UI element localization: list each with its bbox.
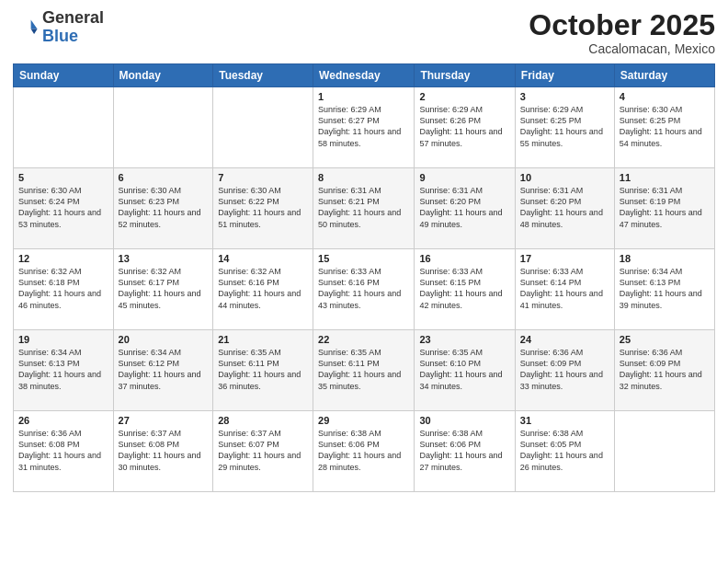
- day-number: 21: [218, 334, 308, 345]
- day-number: 16: [419, 253, 509, 264]
- day-detail: Sunrise: 6:29 AMSunset: 6:25 PMDaylight:…: [520, 104, 609, 149]
- calendar-cell: 17Sunrise: 6:33 AMSunset: 6:14 PMDayligh…: [515, 249, 614, 330]
- day-detail: Sunrise: 6:32 AMSunset: 6:18 PMDaylight:…: [18, 266, 108, 311]
- calendar-cell: 29Sunrise: 6:38 AMSunset: 6:06 PMDayligh…: [313, 411, 415, 492]
- header-row: Sunday Monday Tuesday Wednesday Thursday…: [14, 64, 715, 87]
- day-detail: Sunrise: 6:33 AMSunset: 6:14 PMDaylight:…: [520, 266, 609, 311]
- calendar-week-row: 19Sunrise: 6:34 AMSunset: 6:13 PMDayligh…: [14, 330, 715, 411]
- col-saturday: Saturday: [614, 64, 714, 87]
- day-number: 24: [520, 334, 609, 345]
- day-number: 22: [318, 334, 409, 345]
- day-detail: Sunrise: 6:35 AMSunset: 6:11 PMDaylight:…: [218, 347, 308, 392]
- day-detail: Sunrise: 6:31 AMSunset: 6:21 PMDaylight:…: [318, 185, 409, 230]
- day-number: 27: [119, 415, 209, 426]
- svg-marker-0: [31, 19, 38, 29]
- day-number: 2: [419, 91, 509, 102]
- calendar-cell: 22Sunrise: 6:35 AMSunset: 6:11 PMDayligh…: [313, 330, 415, 411]
- day-detail: Sunrise: 6:31 AMSunset: 6:19 PMDaylight:…: [620, 185, 710, 230]
- day-detail: Sunrise: 6:29 AMSunset: 6:27 PMDaylight:…: [318, 104, 409, 149]
- day-detail: Sunrise: 6:30 AMSunset: 6:22 PMDaylight:…: [218, 185, 308, 230]
- day-number: 7: [218, 172, 308, 183]
- calendar-cell: 2Sunrise: 6:29 AMSunset: 6:26 PMDaylight…: [415, 87, 515, 168]
- calendar-cell: 24Sunrise: 6:36 AMSunset: 6:09 PMDayligh…: [515, 330, 614, 411]
- calendar-cell: 27Sunrise: 6:37 AMSunset: 6:08 PMDayligh…: [113, 411, 213, 492]
- calendar-cell: 28Sunrise: 6:37 AMSunset: 6:07 PMDayligh…: [213, 411, 313, 492]
- calendar-cell: 11Sunrise: 6:31 AMSunset: 6:19 PMDayligh…: [614, 168, 714, 249]
- day-number: 20: [119, 334, 209, 345]
- calendar-cell: 5Sunrise: 6:30 AMSunset: 6:24 PMDaylight…: [14, 168, 114, 249]
- day-number: 11: [620, 172, 710, 183]
- day-number: 26: [18, 415, 108, 426]
- calendar-cell: 20Sunrise: 6:34 AMSunset: 6:12 PMDayligh…: [113, 330, 213, 411]
- day-detail: Sunrise: 6:29 AMSunset: 6:26 PMDaylight:…: [419, 104, 509, 149]
- calendar-cell: 26Sunrise: 6:36 AMSunset: 6:08 PMDayligh…: [14, 411, 114, 492]
- day-number: 10: [520, 172, 609, 183]
- calendar-cell: 25Sunrise: 6:36 AMSunset: 6:09 PMDayligh…: [614, 330, 714, 411]
- day-number: 9: [419, 172, 509, 183]
- calendar-cell: 21Sunrise: 6:35 AMSunset: 6:11 PMDayligh…: [213, 330, 313, 411]
- calendar-cell: 16Sunrise: 6:33 AMSunset: 6:15 PMDayligh…: [415, 249, 515, 330]
- day-number: 14: [218, 253, 308, 264]
- day-detail: Sunrise: 6:32 AMSunset: 6:16 PMDaylight:…: [218, 266, 308, 311]
- day-detail: Sunrise: 6:34 AMSunset: 6:12 PMDaylight:…: [119, 347, 209, 392]
- day-detail: Sunrise: 6:38 AMSunset: 6:06 PMDaylight:…: [419, 428, 509, 473]
- day-detail: Sunrise: 6:34 AMSunset: 6:13 PMDaylight:…: [18, 347, 108, 392]
- day-detail: Sunrise: 6:35 AMSunset: 6:11 PMDaylight:…: [318, 347, 409, 392]
- header: General Blue October 2025 Cacalomacan, M…: [13, 9, 715, 56]
- col-tuesday: Tuesday: [213, 64, 313, 87]
- month-title: October 2025: [529, 9, 715, 41]
- day-detail: Sunrise: 6:37 AMSunset: 6:08 PMDaylight:…: [119, 428, 209, 473]
- day-number: 28: [218, 415, 308, 426]
- calendar-cell: 3Sunrise: 6:29 AMSunset: 6:25 PMDaylight…: [515, 87, 614, 168]
- calendar-cell: 31Sunrise: 6:38 AMSunset: 6:05 PMDayligh…: [515, 411, 614, 492]
- location-subtitle: Cacalomacan, Mexico: [529, 41, 715, 56]
- day-number: 6: [119, 172, 209, 183]
- day-detail: Sunrise: 6:36 AMSunset: 6:09 PMDaylight:…: [620, 347, 710, 392]
- day-number: 19: [18, 334, 108, 345]
- day-number: 5: [18, 172, 108, 183]
- calendar-cell: [213, 87, 313, 168]
- calendar-week-row: 26Sunrise: 6:36 AMSunset: 6:08 PMDayligh…: [14, 411, 715, 492]
- day-detail: Sunrise: 6:34 AMSunset: 6:13 PMDaylight:…: [620, 266, 710, 311]
- day-number: 30: [419, 415, 509, 426]
- logo-text: General Blue: [42, 9, 104, 46]
- day-number: 8: [318, 172, 409, 183]
- day-number: 23: [419, 334, 509, 345]
- day-number: 25: [620, 334, 710, 345]
- day-detail: Sunrise: 6:33 AMSunset: 6:15 PMDaylight:…: [419, 266, 509, 311]
- calendar: Sunday Monday Tuesday Wednesday Thursday…: [13, 63, 715, 492]
- calendar-cell: 19Sunrise: 6:34 AMSunset: 6:13 PMDayligh…: [14, 330, 114, 411]
- calendar-cell: 10Sunrise: 6:31 AMSunset: 6:20 PMDayligh…: [515, 168, 614, 249]
- title-block: October 2025 Cacalomacan, Mexico: [529, 9, 715, 56]
- calendar-cell: 9Sunrise: 6:31 AMSunset: 6:20 PMDaylight…: [415, 168, 515, 249]
- calendar-week-row: 12Sunrise: 6:32 AMSunset: 6:18 PMDayligh…: [14, 249, 715, 330]
- day-number: 13: [119, 253, 209, 264]
- calendar-cell: 14Sunrise: 6:32 AMSunset: 6:16 PMDayligh…: [213, 249, 313, 330]
- logo-blue: Blue: [42, 27, 78, 45]
- day-detail: Sunrise: 6:36 AMSunset: 6:09 PMDaylight:…: [520, 347, 609, 392]
- col-friday: Friday: [515, 64, 614, 87]
- col-wednesday: Wednesday: [313, 64, 415, 87]
- day-detail: Sunrise: 6:31 AMSunset: 6:20 PMDaylight:…: [520, 185, 609, 230]
- logo-icon: [13, 15, 39, 40]
- day-detail: Sunrise: 6:31 AMSunset: 6:20 PMDaylight:…: [419, 185, 509, 230]
- calendar-cell: 8Sunrise: 6:31 AMSunset: 6:21 PMDaylight…: [313, 168, 415, 249]
- col-thursday: Thursday: [415, 64, 515, 87]
- col-sunday: Sunday: [14, 64, 114, 87]
- page: General Blue October 2025 Cacalomacan, M…: [0, 0, 728, 563]
- calendar-cell: 18Sunrise: 6:34 AMSunset: 6:13 PMDayligh…: [614, 249, 714, 330]
- calendar-week-row: 5Sunrise: 6:30 AMSunset: 6:24 PMDaylight…: [14, 168, 715, 249]
- calendar-cell: [113, 87, 213, 168]
- calendar-cell: 13Sunrise: 6:32 AMSunset: 6:17 PMDayligh…: [113, 249, 213, 330]
- day-detail: Sunrise: 6:38 AMSunset: 6:05 PMDaylight:…: [520, 428, 609, 473]
- day-detail: Sunrise: 6:38 AMSunset: 6:06 PMDaylight:…: [318, 428, 409, 473]
- day-number: 1: [318, 91, 409, 102]
- day-detail: Sunrise: 6:37 AMSunset: 6:07 PMDaylight:…: [218, 428, 308, 473]
- day-detail: Sunrise: 6:30 AMSunset: 6:23 PMDaylight:…: [119, 185, 209, 230]
- day-number: 29: [318, 415, 409, 426]
- day-number: 18: [620, 253, 710, 264]
- calendar-week-row: 1Sunrise: 6:29 AMSunset: 6:27 PMDaylight…: [14, 87, 715, 168]
- calendar-cell: 30Sunrise: 6:38 AMSunset: 6:06 PMDayligh…: [415, 411, 515, 492]
- day-number: 4: [620, 91, 710, 102]
- col-monday: Monday: [113, 64, 213, 87]
